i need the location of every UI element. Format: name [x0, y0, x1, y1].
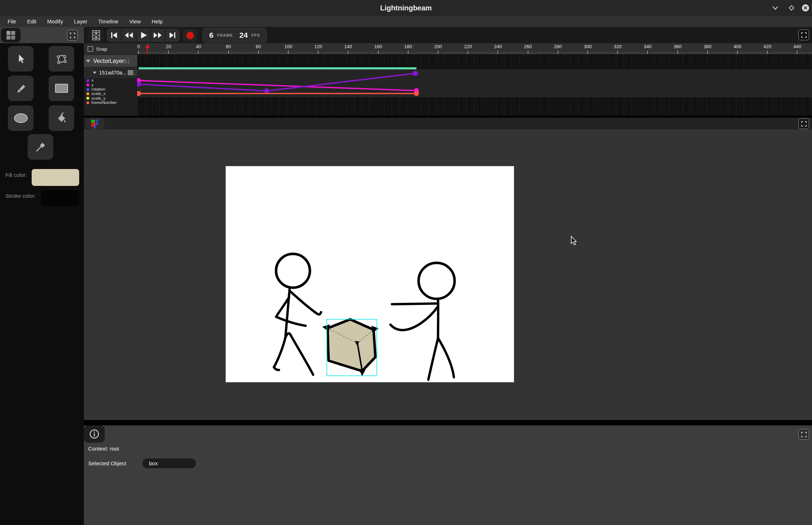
tool-button-transform[interactable]: [49, 46, 74, 72]
play-icon: [139, 31, 148, 40]
sublayer-name: 151ad70a...: [99, 70, 127, 76]
menu-item-modify[interactable]: Modify: [42, 16, 68, 27]
ruler-tick-label: 320: [614, 44, 622, 49]
property-color-dot: [86, 101, 89, 104]
ruler-tick-label: 140: [344, 44, 352, 49]
ruler-tick-mark: [737, 51, 738, 54]
keyframe-dot-frameNumber[interactable]: [414, 91, 419, 96]
keyframe-dot-x[interactable]: [264, 88, 269, 93]
title-bar: Lightningbeam: [0, 0, 812, 16]
property-color-dot: [86, 92, 89, 95]
stick-figure-right[interactable]: [391, 263, 455, 380]
sublayer-visibility-toggle[interactable]: [128, 70, 133, 75]
ruler-tick-mark: [438, 51, 438, 54]
ruler-tick-label: 240: [494, 44, 502, 49]
expand-icon: [801, 32, 807, 38]
grid-view-button[interactable]: [1, 28, 21, 42]
canvas-area[interactable]: [84, 129, 812, 420]
play-button[interactable]: [136, 29, 151, 41]
window-title: Lightningbeam: [0, 0, 812, 16]
menu-item-timeline[interactable]: Timeline: [93, 16, 124, 27]
property-row-scale_y[interactable]: scale_y: [84, 96, 137, 100]
menu-bar: FileEditModifyLayerTimelineViewHelp: [0, 16, 812, 27]
layer-suffix: [L]: [124, 58, 129, 64]
tool-button-pencil[interactable]: [8, 76, 33, 101]
ruler-tick-mark: [767, 51, 768, 54]
timeline-panel: 6 FRAME 24 FPS Snap VectorLayer [L]: [84, 27, 812, 116]
menu-item-edit[interactable]: Edit: [22, 16, 42, 27]
ruler-tick-label: 360: [674, 44, 682, 49]
stick-figure-left[interactable]: [274, 254, 321, 375]
record-button[interactable]: [183, 29, 198, 42]
box-object[interactable]: [322, 319, 379, 376]
window-maximize-button[interactable]: [787, 4, 796, 12]
ruler-tick-mark: [168, 51, 169, 54]
ruler-tick-mark: [348, 51, 348, 54]
tool-button-select[interactable]: [8, 46, 33, 72]
ruler-tick-label: 20: [166, 44, 171, 49]
property-name: frameNumber: [91, 101, 117, 105]
sublayer-row[interactable]: 151ad70a... ~: [84, 67, 137, 78]
window-close-button[interactable]: [801, 4, 810, 12]
tool-button-eyedropper[interactable]: [28, 134, 53, 160]
property-row-x[interactable]: x: [84, 78, 137, 83]
info-icon: [89, 429, 99, 439]
ruler-tick-label: 260: [524, 44, 532, 49]
sublayer-disclosure-triangle[interactable]: [93, 72, 96, 74]
tool-button-rectangle[interactable]: [49, 76, 74, 101]
keyframe-dot-x[interactable]: [137, 82, 141, 87]
skip-start-button[interactable]: [107, 29, 122, 41]
stage[interactable]: [226, 166, 514, 382]
snap-label: Snap: [96, 46, 107, 52]
fast-forward-button[interactable]: [151, 29, 165, 41]
menu-item-help[interactable]: Help: [146, 16, 168, 27]
keyframe-dot-x[interactable]: [413, 71, 418, 76]
keyframe-dot-frameNumber[interactable]: [137, 91, 141, 96]
ruler-tick-mark: [318, 51, 319, 54]
paint-bucket-icon: [55, 112, 68, 124]
ruler-tick-mark: [677, 51, 678, 54]
timeline-panel-icon-button[interactable]: [87, 28, 104, 42]
tool-button-paint-bucket[interactable]: [49, 105, 74, 131]
property-row-frameNumber[interactable]: frameNumber: [84, 100, 137, 105]
layer-row[interactable]: VectorLayer [L]: [84, 55, 137, 67]
rewind-button[interactable]: [122, 29, 136, 41]
fill-color-swatch[interactable]: [32, 169, 79, 186]
timeline-ruler[interactable]: 0204060801001201401601802002202402602803…: [137, 43, 812, 55]
property-color-dot: [86, 97, 89, 100]
info-panel-button[interactable]: [84, 425, 105, 443]
property-row-rotation[interactable]: rotation: [84, 87, 137, 92]
keyframe-curves[interactable]: [137, 55, 812, 116]
property-row-scale_x[interactable]: scale_x: [84, 92, 137, 96]
timeline-expand-button[interactable]: [798, 29, 809, 40]
pencil-icon: [15, 83, 27, 94]
fps-label: FPS: [251, 33, 260, 37]
keyframe-span[interactable]: [139, 67, 416, 69]
inspector-expand-button[interactable]: [798, 429, 809, 440]
layer-disclosure-triangle[interactable]: [86, 60, 90, 63]
snap-checkbox[interactable]: [87, 46, 93, 52]
menu-item-layer[interactable]: Layer: [68, 16, 93, 27]
ruler-tick-mark: [587, 51, 588, 54]
ruler-tick-mark: [408, 51, 409, 54]
ruler-tick-label: 380: [704, 44, 712, 49]
menu-item-file[interactable]: File: [2, 16, 22, 27]
canvas-expand-button[interactable]: [798, 118, 809, 129]
selected-object-input[interactable]: box: [143, 458, 196, 468]
property-row-y[interactable]: y: [84, 83, 137, 87]
playhead[interactable]: [145, 44, 150, 54]
canvas-panel-icon-button[interactable]: [86, 118, 104, 129]
tool-button-ellipse[interactable]: [8, 105, 33, 131]
timeline-tracks[interactable]: [137, 55, 812, 116]
skip-end-button[interactable]: [166, 29, 179, 41]
ruler-tick-mark: [647, 51, 648, 54]
record-icon: [186, 32, 194, 39]
ruler-tick-mark: [468, 51, 468, 54]
tools-expand-button[interactable]: [67, 30, 78, 41]
window-minimize-button[interactable]: [771, 4, 780, 12]
mouse-cursor: [570, 236, 578, 246]
menu-item-view[interactable]: View: [124, 16, 146, 27]
stroke-color-swatch[interactable]: [41, 190, 79, 206]
transport-controls: [107, 29, 180, 42]
chevron-down-icon: [772, 6, 779, 10]
